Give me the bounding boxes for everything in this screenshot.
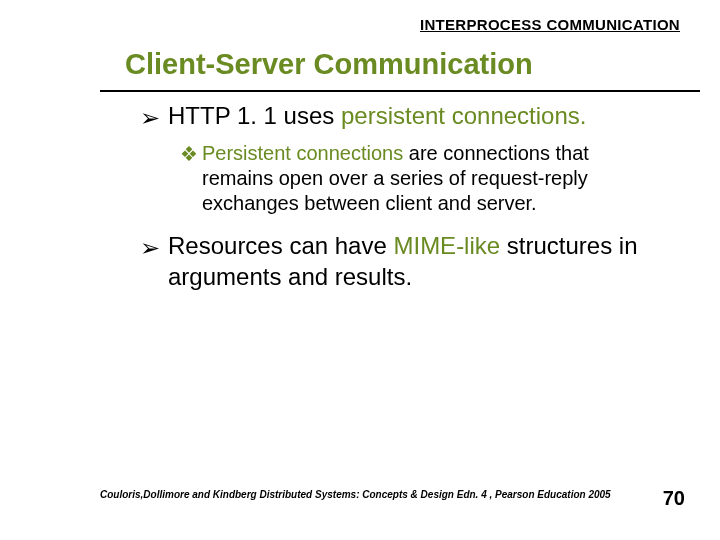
footer-citation: Couloris,Dollimore and Kindberg Distribu… (100, 489, 640, 500)
slide: INTERPROCESS COMMUNICATION Client-Server… (0, 0, 720, 540)
title-rule (100, 90, 700, 92)
page-number: 70 (663, 487, 685, 510)
sub-bullet-1: ❖ Persistent connections are connections… (180, 141, 652, 216)
bullet-2-pre: Resources can have (168, 232, 393, 259)
arrow-icon: ➢ (140, 232, 160, 263)
diamond-icon: ❖ (180, 142, 198, 167)
header-label: INTERPROCESS COMMUNICATION (420, 16, 680, 33)
sub-bullet-1-highlight: Persistent connections (202, 142, 403, 164)
bullet-1-highlight: persistent connections. (341, 102, 586, 129)
bullet-1: ➢ HTTP 1. 1 uses persistent connections. (140, 100, 680, 131)
arrow-icon: ➢ (140, 102, 160, 133)
bullet-1-pre: HTTP 1. 1 uses (168, 102, 341, 129)
content-area: ➢ HTTP 1. 1 uses persistent connections.… (140, 100, 680, 303)
bullet-2-highlight: MIME-like (393, 232, 500, 259)
slide-title: Client-Server Communication (125, 48, 533, 81)
bullet-2: ➢ Resources can have MIME-like structure… (140, 230, 680, 292)
